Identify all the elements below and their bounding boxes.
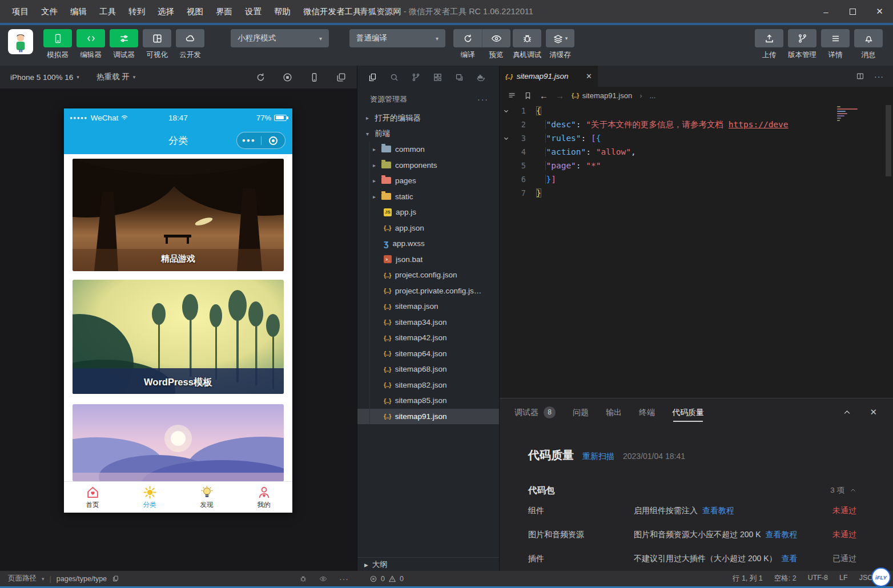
- eye-icon[interactable]: [319, 575, 327, 583]
- quality-link[interactable]: 查看: [781, 554, 797, 563]
- file-sitemap34.json[interactable]: {..}sitemap34.json: [357, 315, 499, 331]
- tabbar-item-首页[interactable]: 首页: [64, 482, 121, 513]
- hot-reload-toggle[interactable]: 热重载 开 ▾: [96, 72, 135, 82]
- sliders-button[interactable]: [110, 29, 138, 47]
- capsule-close-icon[interactable]: [262, 136, 285, 145]
- menu-item[interactable]: 转到: [122, 0, 151, 23]
- menu-item[interactable]: 帮助: [268, 0, 297, 23]
- layout-button[interactable]: [143, 29, 171, 47]
- file-sitemap85.json[interactable]: {..}sitemap85.json: [357, 393, 499, 409]
- explorer-more-button[interactable]: ···: [477, 95, 489, 104]
- category-card-wordpress[interactable]: WordPress模板: [73, 280, 284, 394]
- file-sitemap91.json[interactable]: {..}sitemap91.json: [357, 409, 499, 425]
- bell-button[interactable]: [854, 29, 883, 47]
- file-static[interactable]: ▸static: [357, 189, 499, 205]
- branch-button[interactable]: [788, 29, 816, 47]
- tabbar-item-分类[interactable]: 分类: [121, 482, 178, 513]
- menu-item[interactable]: 设置: [239, 0, 268, 23]
- device-icon[interactable]: [309, 72, 320, 83]
- mode-select[interactable]: 小程序模式 ▾: [231, 29, 329, 47]
- docker-icon[interactable]: [476, 73, 486, 82]
- panel-tab-输出[interactable]: 输出: [606, 398, 622, 426]
- menu-button[interactable]: [821, 29, 850, 47]
- statusbar-segment[interactable]: LF: [839, 574, 848, 583]
- phone-button[interactable]: [43, 29, 72, 47]
- eye-button[interactable]: [482, 29, 510, 47]
- minimize-button[interactable]: –: [812, 0, 839, 23]
- statusbar-problems[interactable]: 0 0: [357, 575, 500, 583]
- menu-item[interactable]: 编辑: [64, 0, 93, 23]
- capsule-menu[interactable]: ●●●: [236, 132, 285, 149]
- stop-icon[interactable]: [282, 72, 293, 83]
- split-editor-icon[interactable]: [856, 72, 864, 80]
- section-count[interactable]: 3 项: [830, 485, 856, 496]
- outline-section[interactable]: ▸ 大纲: [357, 557, 499, 571]
- file-project.config.json[interactable]: {..}project.config.json: [357, 267, 499, 283]
- bug-button[interactable]: [513, 29, 541, 47]
- page-path-label[interactable]: 页面路径: [8, 574, 37, 583]
- file-sitemap82.json[interactable]: {..}sitemap82.json: [357, 377, 499, 393]
- menu-item[interactable]: 文件: [35, 0, 64, 23]
- more-actions-icon[interactable]: ···: [339, 574, 349, 583]
- category-card-partial[interactable]: [73, 404, 284, 481]
- fold-chevron-icon[interactable]: [500, 131, 512, 145]
- statusbar-segment[interactable]: UTF-8: [808, 574, 828, 583]
- file-app.js[interactable]: JSapp.js: [357, 204, 499, 220]
- file-app.json[interactable]: {..}app.json: [357, 220, 499, 236]
- search-icon[interactable]: [389, 73, 399, 82]
- ime-badge[interactable]: iFLY: [871, 567, 891, 587]
- statusbar-segment[interactable]: 行 1, 列 1: [733, 574, 763, 583]
- close-icon[interactable]: ✕: [586, 72, 592, 80]
- files-icon[interactable]: [368, 73, 377, 82]
- bug-icon[interactable]: [299, 575, 307, 583]
- arrow-right-icon[interactable]: →: [556, 91, 564, 100]
- file-pages[interactable]: ▸pages: [357, 173, 499, 189]
- category-card-games[interactable]: 精品游戏: [73, 159, 284, 271]
- blocks-icon[interactable]: [433, 73, 443, 82]
- file-project.private.config.js…[interactable]: {..}project.private.config.js…: [357, 283, 499, 299]
- fold-chevron-icon[interactable]: [500, 104, 512, 118]
- tabbar-item-发现[interactable]: 发现: [178, 482, 235, 513]
- panel-tab-终端[interactable]: 终端: [639, 398, 655, 426]
- menu-item[interactable]: 项目: [6, 0, 35, 23]
- overlap-icon[interactable]: [454, 73, 464, 82]
- git-icon[interactable]: [411, 73, 421, 82]
- copy-icon[interactable]: [112, 575, 119, 582]
- file-sitemap64.json[interactable]: {..}sitemap64.json: [357, 346, 499, 362]
- code-button[interactable]: [77, 29, 105, 47]
- file-json.bat[interactable]: >_json.bat: [357, 252, 499, 268]
- device-select[interactable]: iPhone 5 100% 16 ▾: [10, 73, 79, 82]
- arrow-left-icon[interactable]: ←: [540, 91, 548, 100]
- close-icon[interactable]: ✕: [870, 407, 877, 417]
- menu-item[interactable]: 微信开发者工具: [297, 0, 368, 23]
- file-sitemap42.json[interactable]: {..}sitemap42.json: [357, 330, 499, 346]
- bookmark-icon[interactable]: [524, 91, 532, 100]
- tabbar-item-我的[interactable]: 我的: [235, 482, 292, 513]
- breadcrumb-file[interactable]: {..} sitemap91.json: [572, 91, 632, 100]
- menu-item[interactable]: 视图: [180, 0, 210, 23]
- menu-item[interactable]: 界面: [210, 0, 239, 23]
- file-components[interactable]: ▸components: [357, 158, 499, 174]
- statusbar-segment[interactable]: 空格: 2: [774, 574, 797, 583]
- file-sitemap.json[interactable]: {..}sitemap.json: [357, 299, 499, 315]
- file-app.wxss[interactable]: ʒapp.wxss: [357, 236, 499, 252]
- layers-button[interactable]: ▾: [546, 29, 574, 47]
- breadcrumb-more[interactable]: ...: [649, 91, 655, 100]
- avatar[interactable]: [8, 29, 33, 54]
- compile-mode-select[interactable]: 普通编译 ▾: [349, 29, 445, 47]
- maximize-button[interactable]: [839, 0, 866, 23]
- panel-tab-代码质量[interactable]: 代码质量: [672, 398, 704, 426]
- upload-button[interactable]: [755, 29, 783, 47]
- outline-list-icon[interactable]: [508, 91, 516, 100]
- cloud-button[interactable]: [176, 29, 204, 47]
- menu-item[interactable]: 工具: [93, 0, 122, 23]
- quality-link[interactable]: 查看教程: [702, 506, 734, 515]
- more-actions-icon[interactable]: ···: [874, 72, 884, 81]
- more-dots-icon[interactable]: ●●●: [237, 138, 261, 143]
- file-common[interactable]: ▸common: [357, 142, 499, 158]
- file-sitemap68.json[interactable]: {..}sitemap68.json: [357, 361, 499, 377]
- close-button[interactable]: ✕: [866, 0, 893, 23]
- panel-tab-调试器[interactable]: 调试器8: [514, 398, 556, 426]
- menu-item[interactable]: 选择: [151, 0, 180, 23]
- section-root[interactable]: ▾ 前端: [357, 126, 499, 142]
